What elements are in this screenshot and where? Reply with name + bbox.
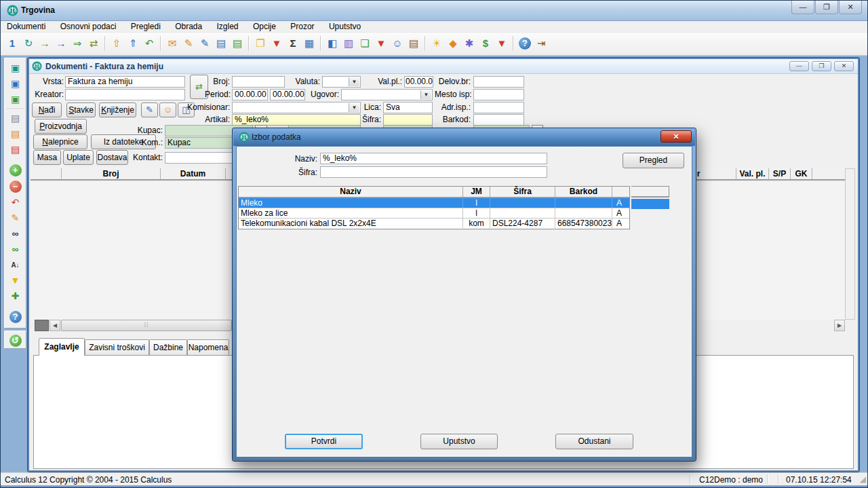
- valpl-field[interactable]: 00.00.00: [404, 76, 433, 88]
- uputstvo-button[interactable]: Uputstvo: [420, 434, 498, 449]
- tab-dazbine[interactable]: Dažbine: [149, 339, 187, 355]
- knjizenje-button[interactable]: Knjiženje: [99, 102, 136, 117]
- grid-view-icon[interactable]: ▥: [340, 35, 357, 52]
- dialog-sifra-field[interactable]: [320, 166, 547, 178]
- header-sp[interactable]: S/P: [769, 168, 791, 179]
- edit-document-icon[interactable]: ✎: [180, 35, 197, 52]
- uplate-button[interactable]: Uplate: [63, 150, 94, 165]
- kreator-field[interactable]: [65, 89, 185, 100]
- import-document-icon[interactable]: ⇧: [108, 35, 125, 52]
- help-icon[interactable]: ?: [9, 311, 22, 323]
- form-edit-button[interactable]: ✎: [141, 102, 158, 117]
- menu-obrada[interactable]: Obrada: [169, 21, 208, 33]
- copy-pages-icon[interactable]: ❏: [357, 35, 373, 52]
- delete-record-icon[interactable]: −: [9, 181, 22, 193]
- exit-icon[interactable]: ⇥: [533, 35, 549, 52]
- print-cancel-icon[interactable]: ▤: [7, 143, 24, 157]
- fit-columns-icon[interactable]: ✚: [7, 289, 24, 304]
- forward-document-blue-icon[interactable]: →: [53, 35, 69, 52]
- panel-view-icon[interactable]: ◧: [324, 35, 340, 52]
- sort-az-icon[interactable]: A↓: [7, 258, 24, 273]
- komisionar-combo[interactable]: ▼: [232, 102, 361, 113]
- nalepnice-button[interactable]: Nalepnice: [33, 134, 87, 149]
- barkod-field[interactable]: [473, 114, 524, 126]
- header-datum[interactable]: Datum: [161, 168, 226, 179]
- menu-dokumenti[interactable]: Dokumenti: [1, 21, 52, 33]
- header-val-pl[interactable]: Val. pl.: [736, 168, 769, 179]
- grid-header-barkod[interactable]: Barkod: [555, 187, 612, 197]
- grid-row[interactable]: Telekomunikacioni kabal DSL 2x2x4E kom D…: [239, 219, 629, 229]
- lightbulb-icon[interactable]: ☀: [429, 35, 445, 52]
- import-document-alt-icon[interactable]: ⇑: [125, 35, 141, 52]
- split-document-icon[interactable]: ⇄: [85, 35, 102, 52]
- adrisp-field[interactable]: [473, 102, 524, 113]
- edit-record-icon[interactable]: ✎: [7, 211, 24, 226]
- header-empty-col[interactable]: [31, 168, 62, 179]
- menu-opcije[interactable]: Opcije: [247, 21, 282, 33]
- scroll-right-button[interactable]: ▶: [834, 320, 845, 331]
- resize-grip[interactable]: ◢: [860, 474, 866, 484]
- grid-row-selected[interactable]: Mleko l A: [239, 198, 629, 208]
- undo-icon[interactable]: ↶: [7, 195, 24, 210]
- grid-row[interactable]: Mleko za lice l A: [239, 208, 629, 219]
- masa-button[interactable]: Masa: [33, 150, 61, 165]
- calendar-icon[interactable]: ▦: [301, 35, 317, 52]
- settings-gear-icon[interactable]: ✱: [461, 35, 477, 52]
- journal-blue-icon[interactable]: ▤: [213, 35, 229, 52]
- filter-documents-icon[interactable]: ▼: [269, 35, 285, 52]
- menu-izgled[interactable]: Izgled: [211, 21, 245, 33]
- doc-maximize-button[interactable]: ❐: [812, 61, 831, 71]
- grid-header-jm[interactable]: JM: [463, 187, 490, 197]
- header-gk[interactable]: GK: [791, 168, 812, 179]
- grid-header-sifra[interactable]: Šifra: [490, 187, 555, 197]
- price-list-icon[interactable]: $: [477, 35, 494, 52]
- scroll-left-button[interactable]: ◀: [50, 320, 60, 331]
- edit-document-new-icon[interactable]: ✎: [197, 35, 213, 52]
- notebook-idea-icon[interactable]: ▤: [406, 35, 422, 52]
- vrsta-field[interactable]: Faktura za hemiju: [65, 76, 185, 88]
- mestoisp-field[interactable]: [473, 89, 524, 100]
- add-record-icon[interactable]: +: [9, 164, 22, 176]
- find-icon[interactable]: ∞: [7, 227, 24, 242]
- close-button[interactable]: ✕: [839, 1, 862, 14]
- dropdown-arrow-icon[interactable]: ▼: [420, 90, 431, 99]
- proizvodnja-button[interactable]: Proizvodnja: [35, 119, 87, 134]
- open-document-icon[interactable]: →: [37, 35, 53, 52]
- user-info-button[interactable]: ☺: [159, 102, 176, 117]
- help-icon[interactable]: ?: [519, 37, 531, 50]
- minimize-button[interactable]: —: [791, 1, 814, 14]
- save-template-icon[interactable]: ▣: [7, 92, 24, 107]
- mail-edit-icon[interactable]: ✉: [164, 35, 180, 52]
- journal-green-icon[interactable]: ▤: [229, 35, 245, 52]
- filter-red-icon[interactable]: ▼: [494, 35, 510, 52]
- artikal-field[interactable]: %_leko%: [232, 114, 361, 126]
- print-fast-icon[interactable]: ▤: [7, 127, 24, 142]
- maximize-button[interactable]: ❐: [815, 1, 838, 14]
- pregled-button[interactable]: Pregled: [623, 153, 684, 168]
- forward-document-green-icon[interactable]: ⇒: [69, 35, 85, 52]
- vertical-scrollbar[interactable]: [845, 168, 855, 320]
- delovbr-field[interactable]: [473, 76, 524, 88]
- save-icon[interactable]: ▣: [7, 61, 24, 76]
- splitter-handle[interactable]: [35, 320, 49, 331]
- copy-highlight-icon[interactable]: ❐: [252, 35, 269, 52]
- grid-header-naziv[interactable]: Naziv: [239, 187, 463, 197]
- navigate-back-icon[interactable]: ↺: [9, 335, 22, 347]
- sifra-field[interactable]: [383, 114, 433, 126]
- dropdown-arrow-icon[interactable]: ▼: [349, 77, 359, 86]
- filter-icon[interactable]: ▼: [7, 274, 24, 288]
- dostava-button[interactable]: Dostava: [96, 150, 128, 165]
- tab-napomena[interactable]: Napomena: [187, 339, 229, 355]
- revert-document-icon[interactable]: ↶: [141, 35, 157, 52]
- doc-minimize-button[interactable]: —: [789, 61, 809, 71]
- menu-osnovni-podaci[interactable]: Osnovni podaci: [54, 21, 123, 33]
- print-icon[interactable]: ▤: [7, 111, 24, 126]
- document-number-one-icon[interactable]: 1: [4, 35, 20, 52]
- lica-field[interactable]: Sva: [383, 102, 433, 113]
- sum-icon[interactable]: Σ: [285, 35, 301, 52]
- dialog-close-button[interactable]: ✕: [660, 130, 692, 143]
- tab-zaglavlje[interactable]: Zaglavlje: [39, 338, 85, 356]
- menu-prozor[interactable]: Prozor: [284, 21, 320, 33]
- tab-zavisni-troskovi[interactable]: Zavisni troškovi: [85, 339, 149, 355]
- page-user-icon[interactable]: ☺: [389, 35, 406, 52]
